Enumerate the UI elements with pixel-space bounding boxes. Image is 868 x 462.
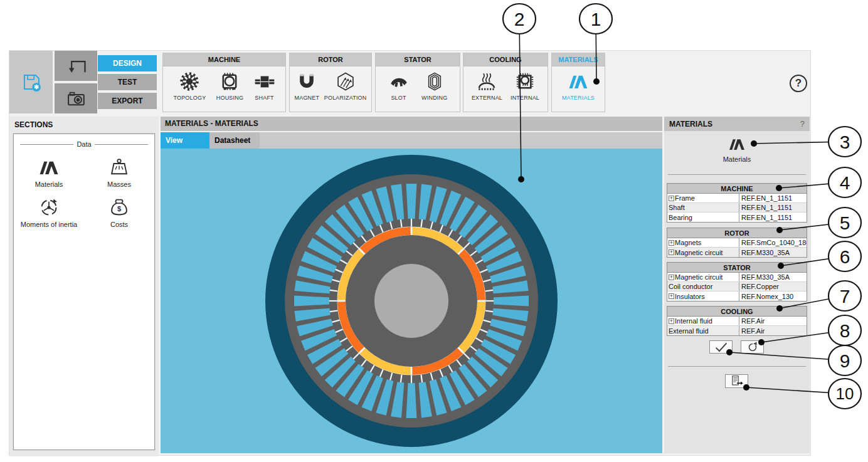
table-row[interactable]: BearingREF.EN_1_1151 xyxy=(667,213,807,222)
callout-9 xyxy=(828,345,861,375)
ribbon-button-label: SHAFT xyxy=(254,95,275,101)
materials-icon xyxy=(728,135,746,153)
expand-icon[interactable]: + xyxy=(669,275,674,280)
help-button[interactable]: ? xyxy=(790,75,807,92)
expand-icon[interactable]: + xyxy=(669,293,674,299)
magnet-icon xyxy=(296,71,317,92)
ribbon-button-polarization[interactable]: POLARIZATION xyxy=(324,71,367,101)
sidebar-item-label: Materials xyxy=(14,181,84,188)
tab-export[interactable]: EXPORT xyxy=(98,93,157,109)
ribbon-button-label: WINDING xyxy=(421,95,447,101)
row-label: +Magnetic circuit xyxy=(667,248,739,257)
table-row[interactable]: +InsulatorsREF.Nomex_130 xyxy=(667,291,807,301)
row-label: +Insulators xyxy=(667,291,739,301)
sidebar-item-costs[interactable]: $ Costs xyxy=(84,197,154,228)
ribbon-button-internal-cooling[interactable]: INTERNAL xyxy=(511,71,539,101)
ribbon-button-label: POLARIZATION xyxy=(324,95,367,101)
ribbon-button-magnet[interactable]: MAGNET xyxy=(295,71,320,101)
panel-help-icon[interactable]: ? xyxy=(800,119,805,129)
table-row[interactable]: Coil conductorREF.Copper xyxy=(667,282,807,291)
inertia-icon xyxy=(38,197,60,218)
callout-3 xyxy=(828,127,861,157)
row-label: +Magnets xyxy=(667,238,739,247)
row-value[interactable]: REF.Copper xyxy=(739,282,807,291)
row-label: +Frame xyxy=(667,194,739,202)
tab-test[interactable]: TEST xyxy=(98,74,157,90)
expand-icon[interactable]: + xyxy=(669,249,674,255)
ribbon-group-cooling: COOLING EXTERNAL xyxy=(463,53,548,112)
row-label: Shaft xyxy=(667,203,739,212)
callout-number: 9 xyxy=(840,350,850,371)
table-row[interactable]: +Magnetic circuitREF.M330_35A xyxy=(667,248,807,257)
table-row[interactable]: External fluidREF.Air xyxy=(667,326,807,335)
ribbon-group-materials: MATERIALS MATERIALS xyxy=(551,53,605,112)
materials-icon xyxy=(568,71,589,92)
table-title: COOLING xyxy=(667,307,807,317)
save-button[interactable]: ✱ xyxy=(9,51,53,113)
row-value[interactable]: REF.SmCo_1040_1800 xyxy=(739,238,807,247)
callout-1 xyxy=(580,4,612,34)
ribbon-button-external-cooling[interactable]: EXTERNAL xyxy=(472,71,502,101)
row-value[interactable]: REF.EN_1_1151 xyxy=(739,203,807,212)
sidebar-item-masses[interactable]: Masses xyxy=(84,157,154,188)
ribbon-button-slot[interactable]: SLOT xyxy=(388,71,410,101)
row-value[interactable]: REF.Air xyxy=(739,326,807,335)
ribbon-button-housing[interactable]: HOUSING xyxy=(216,71,243,101)
app-window: ✱ DESIGN TEST EXPORT MACHINE xyxy=(9,50,811,456)
row-value[interactable]: REF.M330_35A xyxy=(739,248,807,257)
sidebar-item-materials[interactable]: Materials xyxy=(14,157,84,188)
snapshot-button[interactable] xyxy=(55,83,97,113)
row-value[interactable]: REF.Air xyxy=(739,317,807,325)
ribbon-button-materials[interactable]: MATERIALS xyxy=(562,71,595,101)
ribbon-button-winding[interactable]: WINDING xyxy=(421,71,447,101)
callout-number: 1 xyxy=(591,9,601,29)
group-title: MACHINE xyxy=(163,53,285,66)
expand-icon[interactable]: + xyxy=(669,240,674,246)
ribbon-button-label: HOUSING xyxy=(216,95,243,101)
polarization-icon xyxy=(335,71,356,92)
tab-design[interactable]: DESIGN xyxy=(98,55,157,71)
restore-button[interactable] xyxy=(741,340,764,354)
sidebar-item-label: Moments of inertia xyxy=(14,221,84,228)
row-value[interactable]: REF.EN_1_1151 xyxy=(739,194,807,202)
callout-6 xyxy=(828,241,861,271)
table-title: STATOR xyxy=(667,263,807,273)
main-view: MATERIALS - MATERIALS View Datasheet xyxy=(161,117,662,453)
table-row[interactable]: +FrameREF.EN_1_1151 xyxy=(667,194,807,203)
machine-view-canvas[interactable] xyxy=(161,149,662,453)
ribbon-group-stator: STATOR SLOT xyxy=(375,53,460,112)
apply-button[interactable] xyxy=(709,340,733,354)
sidebar-item-moments-of-inertia[interactable]: Moments of inertia xyxy=(14,197,84,228)
table-title: ROTOR xyxy=(667,228,807,238)
callout-number: 8 xyxy=(840,320,850,341)
export-button[interactable] xyxy=(725,374,748,388)
callout-8 xyxy=(828,315,861,345)
callout-number: 6 xyxy=(840,246,850,267)
table-row[interactable]: ShaftREF.EN_1_1151 xyxy=(667,203,807,213)
undo-button[interactable] xyxy=(55,51,97,81)
table-row[interactable]: +Internal fluidREF.Air xyxy=(667,317,807,326)
tab-view[interactable]: View xyxy=(161,132,209,149)
row-value[interactable]: REF.Nomex_130 xyxy=(739,291,807,301)
sections-title: SECTIONS xyxy=(9,117,159,129)
callout-number: 3 xyxy=(840,132,850,152)
expand-icon[interactable]: + xyxy=(669,318,674,324)
tab-datasheet[interactable]: Datasheet xyxy=(209,132,260,149)
ribbon-button-shaft[interactable]: SHAFT xyxy=(254,71,275,101)
ribbon-button-label: MAGNET xyxy=(295,95,320,101)
row-value[interactable]: REF.EN_1_1151 xyxy=(739,213,807,222)
costs-icon: $ xyxy=(109,197,130,218)
expand-icon[interactable]: + xyxy=(669,196,674,201)
materials-icon xyxy=(38,157,60,178)
ribbon-button-topology[interactable]: TOPOLOGY xyxy=(173,71,206,101)
table-row[interactable]: +MagnetsREF.SmCo_1040_1800 xyxy=(667,238,807,248)
row-value[interactable]: REF.M330_35A xyxy=(739,273,807,281)
callout-number: 2 xyxy=(514,9,525,29)
group-title: STATOR xyxy=(376,53,460,66)
callout-5 xyxy=(828,207,861,238)
group-title: COOLING xyxy=(463,53,548,66)
row-label: Coil conductor xyxy=(667,282,739,291)
svg-text:$: $ xyxy=(117,205,121,213)
table-row[interactable]: +Magnetic circuitREF.M330_35A xyxy=(667,273,807,282)
save-icon: ✱ xyxy=(21,71,42,93)
